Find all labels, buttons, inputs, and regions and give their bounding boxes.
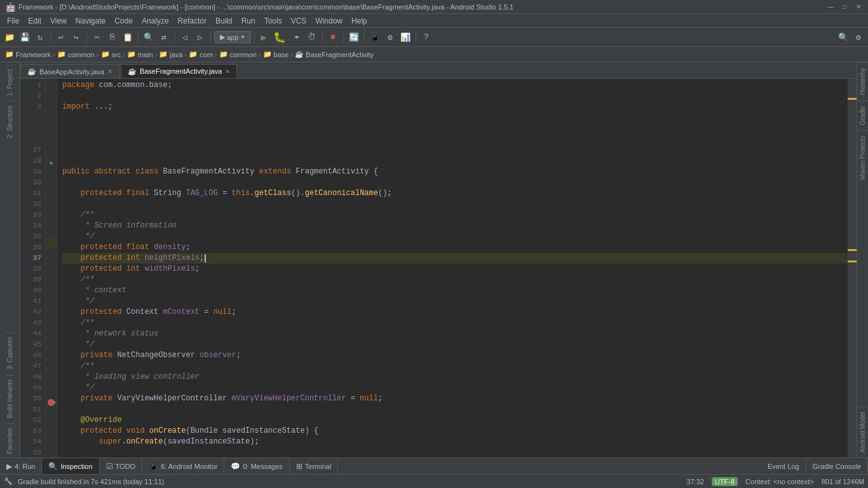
code-line-34: * Screen information <box>62 220 848 231</box>
breadcrumb-framework[interactable]: 📁 Framework <box>5 50 51 58</box>
override-marker-29: ● <box>49 159 53 167</box>
code-line-3: import ...; <box>62 102 848 112</box>
panel-gradle[interactable]: Gradle <box>857 100 868 130</box>
toolbar-cut[interactable]: ✂ <box>90 30 104 44</box>
messages-icon: 💬 <box>231 462 240 471</box>
toolbar-forward[interactable]: ▷ <box>193 30 207 44</box>
editor-area: ☕ BaseAppActivity.java ✕ ☕ BaseFragmentA… <box>20 62 857 458</box>
tab-base-app-activity[interactable]: ☕ BaseAppActivity.java ✕ <box>20 64 119 78</box>
sync-gradle[interactable]: 🔄 <box>347 30 361 44</box>
breadcrumb-class[interactable]: ☕BaseFragmentActivity <box>295 50 374 58</box>
breadcrumb-src[interactable]: 📁src <box>101 50 121 58</box>
cursor-position: 37:32 <box>686 478 704 485</box>
panel-captures[interactable]: 3: Captures <box>5 332 15 374</box>
main-area: 1: Project 2: Structure 3: Captures Buil… <box>0 62 868 458</box>
right-scrollbar[interactable] <box>848 79 857 458</box>
code-line-51 <box>62 404 848 415</box>
settings-button[interactable]: ⚙ <box>851 30 865 44</box>
code-line-54: super.onCreate(savedInstanceState); <box>62 437 848 447</box>
toolbar-redo[interactable]: ↪ <box>69 30 83 44</box>
code-line-52: @Override <box>62 415 848 426</box>
panel-android-model[interactable]: Android Model <box>857 406 868 458</box>
panel-favorites[interactable]: Favorites <box>5 423 15 458</box>
code-line-30 <box>62 177 848 188</box>
breadcrumb-common[interactable]: 📁 common <box>57 50 95 58</box>
toolbar-copy[interactable]: ⎘ <box>105 30 119 44</box>
menu-file[interactable]: File <box>3 15 24 27</box>
gradle-status-icon: 🔧 <box>4 477 13 485</box>
profile-button[interactable]: ⏱ <box>305 30 319 44</box>
tab-close-base-app[interactable]: ✕ <box>107 68 112 75</box>
editor-tabs: ☕ BaseAppActivity.java ✕ ☕ BaseFragmentA… <box>20 62 857 79</box>
maximize-button[interactable]: □ <box>840 3 849 11</box>
tab-base-fragment-activity[interactable]: ☕ BaseFragmentActivity.java ✕ <box>121 64 237 78</box>
debug-button[interactable]: 🐛 <box>271 31 288 44</box>
toolbar-paste[interactable]: 📋 <box>121 30 135 44</box>
menu-refactor[interactable]: Refactor <box>173 15 211 27</box>
scroll-marker-2 <box>848 249 857 251</box>
menu-run[interactable]: Run <box>237 15 260 27</box>
panel-hierarchy[interactable]: Hierarchy <box>857 62 868 100</box>
toolbar-open[interactable]: 📁 <box>3 30 17 44</box>
menu-analyze[interactable]: Analyze <box>137 15 173 27</box>
todo-label: TODO <box>116 463 136 470</box>
panel-maven[interactable]: Maven Projects <box>857 130 868 185</box>
menu-build[interactable]: Build <box>211 15 237 27</box>
search-everywhere[interactable]: 🔍 <box>836 30 850 44</box>
menu-window[interactable]: Window <box>311 15 347 27</box>
toolbar: 📁 💾 ↻ ↩ ↪ ✂ ⎘ 📋 🔍 ⇄ ◁ ▷ ▶app▼ ▶ 🐛 ☂ ⏱ ■ … <box>0 28 868 47</box>
code-line-50: private VaryViewHelperController mVaryVi… <box>62 393 848 404</box>
bottom-tab-terminal[interactable]: ⊞ Terminal <box>290 458 339 474</box>
menu-tools[interactable]: Tools <box>260 15 287 27</box>
code-line-29: public abstract class BaseFragmentActivi… <box>62 166 848 177</box>
breadcrumb-com[interactable]: 📁com <box>189 50 213 58</box>
android-monitor[interactable]: 📊 <box>398 30 412 44</box>
encoding-badge[interactable]: UTF-8 <box>712 477 738 486</box>
toolbar-undo[interactable]: ↩ <box>54 30 68 44</box>
code-line-37: protected int heightPixels; <box>62 253 848 264</box>
toolbar-sync[interactable]: ↻ <box>33 30 47 44</box>
code-line-spacer2 <box>62 123 848 134</box>
close-button[interactable]: ✕ <box>854 3 863 11</box>
toolbar-back[interactable]: ◁ <box>178 30 192 44</box>
code-content[interactable]: package com.common.base; import ...; <box>57 79 848 458</box>
panel-structure[interactable]: 2: Structure <box>5 101 15 142</box>
menu-navigate[interactable]: Navigate <box>71 15 110 27</box>
run-config-selector[interactable]: ▶app▼ <box>214 31 251 43</box>
breadcrumb-base[interactable]: 📁base <box>263 50 289 58</box>
coverage-button[interactable]: ☂ <box>290 30 304 44</box>
avd-manager[interactable]: 📱 <box>368 30 382 44</box>
panel-build-variants[interactable]: Build Variants <box>5 375 15 422</box>
menu-edit[interactable]: Edit <box>24 15 46 27</box>
tab-close-base-fragment[interactable]: ✕ <box>225 68 230 75</box>
toolbar-save[interactable]: 💾 <box>18 30 32 44</box>
bottom-tab-event-log[interactable]: Event Log <box>761 458 806 474</box>
terminal-icon: ⊞ <box>296 462 302 471</box>
bottom-tab-gradle-console[interactable]: Gradle Console <box>806 458 868 474</box>
breadcrumb-main[interactable]: 📁main <box>127 50 153 58</box>
code-line-39: /** <box>62 274 848 285</box>
run-button[interactable]: ▶ <box>258 31 269 44</box>
menu-help[interactable]: Help <box>347 15 372 27</box>
menu-bar: File Edit View Navigate Code Analyze Ref… <box>0 14 868 28</box>
breadcrumb-java[interactable]: 📁java <box>159 50 182 58</box>
bottom-tab-todo[interactable]: ☑ TODO <box>100 458 143 474</box>
help-button[interactable]: ? <box>419 30 433 44</box>
panel-project[interactable]: 1: Project <box>5 65 15 100</box>
toolbar-replace[interactable]: ⇄ <box>157 30 171 44</box>
status-bar: 🔧 Gradle build finished in 7s 421ms (tod… <box>0 474 868 488</box>
stop-button[interactable]: ■ <box>326 30 340 44</box>
bottom-tab-inspection[interactable]: 🔍 Inspection <box>42 458 99 474</box>
menu-view[interactable]: View <box>46 15 71 27</box>
bottom-tab-messages[interactable]: 💬 0: Messages <box>224 458 289 474</box>
sdk-manager[interactable]: ⚙ <box>383 30 397 44</box>
menu-code[interactable]: Code <box>110 15 137 27</box>
minimize-button[interactable]: — <box>826 3 835 11</box>
toolbar-find[interactable]: 🔍 <box>142 30 156 44</box>
breadcrumb-common2[interactable]: 📁common <box>219 50 257 58</box>
menu-vcs[interactable]: VCS <box>287 15 311 27</box>
bottom-tab-run[interactable]: ▶ 4: Run <box>0 458 42 474</box>
bottom-tab-android-monitor[interactable]: 📱 6: Android Monitor <box>142 458 224 474</box>
bottom-toolbar: ▶ 4: Run 🔍 Inspection ☑ TODO 📱 6: Androi… <box>0 458 868 474</box>
line-numbers: 1 2 3 27 28 29 30 31 32 33 34 35 36 37 3… <box>20 79 46 458</box>
